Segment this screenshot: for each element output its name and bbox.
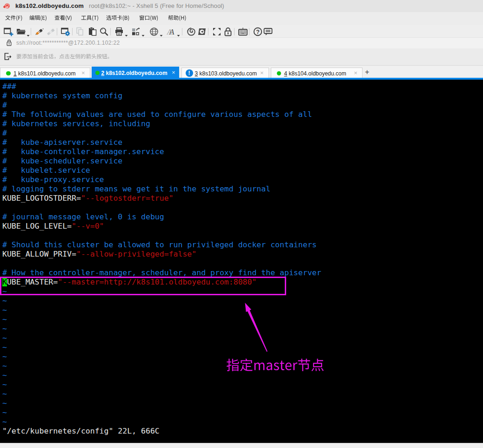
fullscreen-button[interactable]: [212, 27, 222, 37]
terminal-line: # journal message level, 0 is debug: [2, 212, 321, 222]
tab-label: 3 k8s103.oldboyedu.com: [195, 70, 257, 77]
terminal-line: # The following values are used to confi…: [2, 110, 321, 119]
menu-label-glyphs: [106, 14, 129, 21]
terminal-line: # kube-proxy.service: [2, 175, 321, 184]
svg-text:?: ?: [256, 29, 260, 35]
terminal-line: # kubernetes services, including: [2, 119, 321, 129]
session-tab-k8s103.oldboyedu.com[interactable]: !3 k8s103.oldboyedu.com×: [181, 68, 269, 79]
terminal-line: [2, 231, 321, 240]
disconnect-button[interactable]: [46, 27, 56, 37]
tab-close-icon[interactable]: ×: [172, 69, 175, 76]
terminal-line: ~: [2, 389, 321, 399]
help-button[interactable]: ?: [253, 27, 263, 37]
open-session-button[interactable]: [16, 27, 26, 37]
new-session-button[interactable]: [3, 27, 13, 37]
tab-close-icon[interactable]: ×: [260, 70, 264, 76]
virtual-keyboard-icon: [238, 27, 248, 37]
terminal-line: ###: [2, 82, 321, 91]
xftp-transfer-button[interactable]: [197, 27, 207, 37]
tab-connected-icon: [95, 71, 100, 75]
menu-edit[interactable]: 编辑(E): [29, 14, 47, 21]
tab-label: 4 k8s104.oldboyedu.com: [284, 70, 346, 77]
menu-label-glyphs: [81, 14, 99, 21]
terminal-line: # How the controller-manager, scheduler,…: [2, 268, 321, 278]
print-dropdown-caret[interactable]: [125, 30, 128, 33]
session-tab-k8s101.oldboyedu.com[interactable]: 1 k8s101.oldboyedu.com×: [0, 68, 90, 79]
feedback-icon: [263, 27, 273, 37]
session-tab-k8s102.oldboyedu.com[interactable]: 2 k8s102.oldboyedu.com×: [92, 67, 179, 78]
menu-window[interactable]: 窗口(W): [139, 14, 158, 21]
address-bar[interactable]: ssh://root:***********@172.200.1.102:22: [0, 38, 483, 48]
menu-help[interactable]: 帮助(H): [168, 14, 187, 21]
toolbar-separator: [234, 28, 235, 35]
lock-screen-icon: [223, 27, 233, 37]
tab-label: 2 k8s102.oldboyedu.com: [101, 70, 168, 76]
terminal-line: # kubernetes system config: [2, 91, 321, 101]
window-title: k8s102.oldboyedu.com: [15, 2, 84, 9]
menu-view[interactable]: 查看(V): [54, 14, 72, 21]
xshell-window: { "window": { "title": "k8s102.oldboyedu…: [0, 0, 483, 448]
find-button[interactable]: [99, 27, 109, 37]
feedback-button[interactable]: [263, 27, 273, 37]
disconnect-icon: [46, 27, 56, 37]
terminal-line: KUBE_LOGTOSTDERR="--logtostderr=true": [2, 194, 321, 203]
terminal-line: [2, 203, 321, 212]
menu-bar: 文件(F)编辑(E)查看(V)工具(T)选项卡(B)窗口(W)帮助(H): [0, 12, 483, 25]
tab-close-icon[interactable]: ×: [354, 70, 357, 76]
session-tab-k8s104.oldboyedu.com[interactable]: 4 k8s104.oldboyedu.com×: [271, 68, 363, 79]
terminal-line: ~: [2, 399, 321, 408]
open-session-dropdown-caret[interactable]: [27, 30, 30, 33]
tab-number: 2: [101, 70, 105, 76]
add-session-icon[interactable]: [4, 53, 12, 61]
menu-label-glyphs: [139, 14, 158, 21]
new-tab-button[interactable]: +: [363, 68, 371, 76]
terminal-line: ~: [2, 305, 321, 315]
web-browser-dropdown-caret[interactable]: [160, 30, 163, 33]
terminal-line: KUBE_ALLOW_PRIV="--allow-privileged=fals…: [2, 250, 321, 259]
fullscreen-icon: [212, 27, 222, 37]
print-icon: [114, 27, 124, 37]
connect-icon: [34, 27, 45, 37]
session-properties-button[interactable]: [60, 27, 71, 37]
lock-icon: [6, 39, 12, 47]
print-button[interactable]: [114, 27, 124, 37]
toolbar-separator: [208, 28, 208, 35]
arrange-layout-icon: [131, 27, 141, 37]
menu-tools[interactable]: 工具(T): [81, 14, 99, 21]
tab-number: 1: [13, 70, 17, 77]
arrange-layout-button[interactable]: [131, 27, 141, 37]
toolbar-separator: [57, 28, 57, 35]
paste-button[interactable]: [87, 27, 98, 37]
help-icon: ?: [253, 27, 263, 37]
tab-number: 4: [284, 70, 288, 77]
lock-screen-button[interactable]: [223, 27, 233, 37]
tab-connected-icon: [6, 71, 11, 76]
menu-label-glyphs: [5, 14, 22, 21]
arrange-layout-dropdown-caret[interactable]: [141, 30, 145, 33]
terminal-line: # logging to stderr means we get it in t…: [2, 184, 321, 194]
web-browser-icon: [149, 27, 159, 37]
copy-button[interactable]: [75, 27, 86, 37]
terminal-line: # kube-controller-manager.service: [2, 147, 321, 156]
title-bar[interactable]: k8s102.oldboyedu.com root@k8s102:~ - Xsh…: [0, 0, 483, 12]
session-properties-icon: [60, 27, 71, 37]
toolbar: AA?: [0, 25, 483, 38]
font-dropdown-caret[interactable]: [177, 30, 180, 33]
web-browser-button[interactable]: [149, 27, 159, 37]
terminal-screen[interactable]: #### kubernetes system config## The foll…: [0, 80, 483, 443]
font-button[interactable]: AA: [166, 27, 176, 37]
menu-file[interactable]: 文件(F): [5, 14, 22, 21]
window-subtitle: root@k8s102:~ - Xshell 5 (Free for Home/…: [89, 2, 224, 9]
xshell-tool-button[interactable]: [186, 27, 196, 37]
tab-close-icon[interactable]: ×: [81, 70, 85, 76]
terminal-line: #: [2, 101, 321, 110]
terminal-line: [2, 259, 321, 268]
session-url[interactable]: ssh://root:***********@172.200.1.102:22: [16, 40, 120, 46]
terminal-line: ~: [2, 343, 321, 352]
virtual-keyboard-button[interactable]: [238, 27, 248, 37]
terminal-line: ~: [2, 324, 321, 333]
terminal-line: KUBE_LOG_LEVEL="--v=0": [2, 222, 321, 231]
menu-tabs[interactable]: 选项卡(B): [106, 14, 129, 21]
connect-button[interactable]: [34, 27, 45, 37]
menu-label-glyphs: [54, 14, 72, 21]
